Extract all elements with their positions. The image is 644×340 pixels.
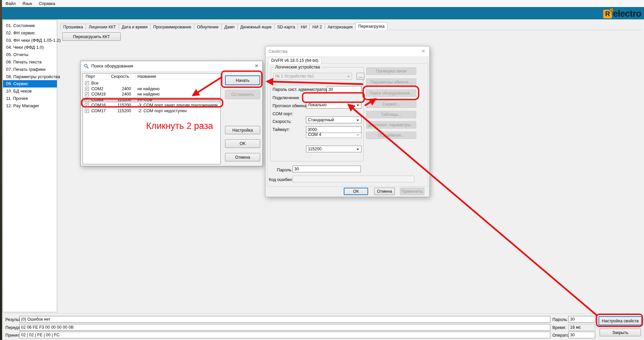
sidebar-item-fn-service[interactable]: 02. ФН сервис xyxy=(3,29,57,37)
menu-file[interactable]: Файл xyxy=(2,1,19,7)
port-row-com16[interactable]: ✓ COM16 115200 -3: COM порт занят другим… xyxy=(83,103,220,108)
status-operator-input[interactable] xyxy=(568,332,595,338)
application-window: Файл Язык Справка R 2 electro 01. Состоя… xyxy=(0,0,644,340)
drvfr-version-tab[interactable]: DrvFR v6.18.0.15 (64-bit) xyxy=(268,57,321,64)
search-start-button[interactable]: Начать xyxy=(225,75,260,85)
logo-r-icon: R 2 xyxy=(603,10,612,18)
sidebar-item-reports[interactable]: 05. Отчеты xyxy=(3,51,57,58)
ports-list-header: Порт Скорость Название xyxy=(83,73,220,80)
properties-dialog: Свойства ✕ DrvFR v6.18.0.15 (64-bit) Лог… xyxy=(265,46,430,197)
tab-firmware[interactable]: Прошивка xyxy=(60,24,86,30)
search-settings-button[interactable]: Настройка xyxy=(225,126,260,134)
search-close-icon[interactable]: ✕ xyxy=(254,63,258,68)
result-field[interactable] xyxy=(19,316,550,323)
close-app-button[interactable]: Закрыть xyxy=(600,329,641,336)
menu-language[interactable]: Язык xyxy=(19,1,35,7)
tab-zeroing[interactable]: Обнуление xyxy=(194,24,222,30)
password-label: Пароль: xyxy=(277,168,293,172)
com-port-label: COM порт: xyxy=(273,112,293,116)
tab-sd-card[interactable]: SD-карта xyxy=(274,24,298,30)
properties-ok-button[interactable]: ОК xyxy=(344,188,368,195)
check-connection-button[interactable]: Проверка связи xyxy=(366,67,416,75)
sidebar-item-print-graphics[interactable]: 07. Печать графики xyxy=(3,66,57,73)
search-stop-button[interactable]: Остановить xyxy=(225,90,260,99)
menu-help[interactable]: Справка xyxy=(35,1,59,7)
error-code-input[interactable] xyxy=(293,176,414,182)
checkbox-checked-icon[interactable]: ✓ xyxy=(85,109,89,113)
search-cancel-button[interactable]: Отмена xyxy=(225,153,260,161)
sent-field[interactable] xyxy=(19,324,550,331)
service-button[interactable]: Сервис... xyxy=(366,101,416,108)
equipment-search-button[interactable]: Поиск оборудования... xyxy=(366,90,416,97)
properties-cancel-button[interactable]: Отмена xyxy=(374,188,395,195)
properties-setup-button[interactable]: Настройка свойств xyxy=(599,316,642,325)
connection-label: Подключение: xyxy=(273,96,300,100)
port-cell: COM17 xyxy=(91,108,106,114)
tab-authorization[interactable]: Авторизация xyxy=(325,24,356,30)
timeout-input[interactable] xyxy=(306,126,361,133)
sidebar-item-device-params[interactable]: 08. Параметры устройства xyxy=(3,73,57,80)
protocol-label: Протокол обмена: xyxy=(273,104,308,108)
connection-value: Локально xyxy=(308,103,327,107)
tab-licenses[interactable]: Лицензии ККТ xyxy=(86,24,119,30)
password-input[interactable] xyxy=(293,166,361,172)
tab-cash-drawer[interactable]: Денежный ящик xyxy=(237,24,275,30)
checkbox-checked-icon[interactable]: ✓ xyxy=(85,81,89,85)
tab-ni2[interactable]: НИ 2 xyxy=(309,24,325,30)
checkbox-checked-icon[interactable]: ✓ xyxy=(85,103,89,107)
port-row-com17[interactable]: ✓ COM17 115200 -2: COM порт недоступен xyxy=(83,108,220,114)
admin-password-input[interactable] xyxy=(327,86,361,93)
protocol-combobox[interactable]: Стандартный xyxy=(306,117,361,123)
sidebar-item-pay-manager[interactable]: 12. Pay Manager xyxy=(3,102,57,110)
column-divider[interactable] xyxy=(109,74,109,79)
search-ok-button[interactable]: OK xyxy=(225,139,260,148)
checkbox-checked-icon[interactable]: ✓ xyxy=(85,87,89,91)
speed-cell: 2400 xyxy=(109,92,131,97)
sidebar-item-other[interactable]: 11. Прочее xyxy=(3,95,57,102)
column-divider[interactable] xyxy=(135,74,136,79)
about-driver-button[interactable]: О драйвере... xyxy=(366,132,416,139)
port-row-com4-highlighted[interactable]: ✓ COM4 115200 РР-01Ф xyxy=(83,97,220,103)
tab-reboot-active[interactable]: Перезагрузка xyxy=(355,22,388,30)
port-row-all[interactable]: ✓ Все xyxy=(83,80,220,86)
properties-dialog-title: Свойства xyxy=(269,49,288,54)
checkbox-checked-icon[interactable]: ✓ xyxy=(85,92,89,96)
reboot-kkt-button[interactable]: Перезагрузить ККТ xyxy=(62,32,121,41)
sidebar-item-service-selected[interactable]: 09. Сервис xyxy=(3,80,57,88)
port-row-com19[interactable]: ✓ COM19 2400 не найдено xyxy=(83,92,220,97)
exchange-params-button[interactable]: Параметры обмена... xyxy=(366,78,416,86)
sidebar-item-print-text[interactable]: 06. Печать текста xyxy=(3,58,57,66)
admin-password-label: Пароль сист. администратора: xyxy=(273,87,332,92)
properties-apply-button[interactable]: Применить xyxy=(400,188,424,195)
com-port-value: COM 4 xyxy=(308,132,321,137)
logical-device-browse-button[interactable]: ... xyxy=(356,73,364,80)
relectro-logo: R 2 electro xyxy=(603,9,641,19)
checkbox-checked-icon[interactable]: ✓ xyxy=(85,98,89,102)
tab-programming[interactable]: Программирование xyxy=(150,24,194,30)
tab-ni[interactable]: НИ xyxy=(298,24,310,30)
logo-wordmark: electro xyxy=(613,9,641,19)
ports-list[interactable]: Порт Скорость Название ✓ Все ✓ COM2 2400… xyxy=(83,73,221,164)
error-code-label: Код ошибки: xyxy=(269,177,293,182)
properties-close-icon[interactable]: ✕ xyxy=(421,48,425,54)
logo-letter: R xyxy=(605,10,610,18)
port-row-com2[interactable]: ✓ COM2 2400 не найдено xyxy=(83,86,220,92)
tab-dump[interactable]: Дамп xyxy=(221,24,238,30)
name-cell: не найдено xyxy=(137,86,159,92)
status-password-input[interactable] xyxy=(568,316,595,323)
speed-combobox[interactable]: 115200 xyxy=(306,146,361,152)
name-cell: РР-01Ф xyxy=(137,97,152,103)
received-field[interactable] xyxy=(19,332,550,338)
name-cell: -2: COM порт недоступен xyxy=(137,108,187,114)
sidebar-item-fn-checks[interactable]: 03. ФН чеки (ФФД 1.05-1.2) xyxy=(3,37,57,44)
tab-datetime[interactable]: Дата и время xyxy=(119,24,151,30)
sidebar-item-checks[interactable]: 04. Чеки (ФФД 1.0) xyxy=(3,44,57,51)
chevron-down-icon xyxy=(356,105,359,106)
logical-device-combobox[interactable]: № 1 Устройство №1 xyxy=(273,73,352,80)
annotation-click-twice-note: Кликнуть 2 раза xyxy=(146,121,213,131)
connection-combobox[interactable]: Локально xyxy=(306,102,361,109)
sidebar-item-state[interactable]: 01. Состояние xyxy=(3,22,57,29)
tables-button[interactable]: Таблицы... xyxy=(366,111,416,118)
extra-params-button[interactable]: Дополнит. параметры... xyxy=(366,121,416,129)
sidebar-item-check-db[interactable]: 10. БД чеков xyxy=(3,88,57,95)
